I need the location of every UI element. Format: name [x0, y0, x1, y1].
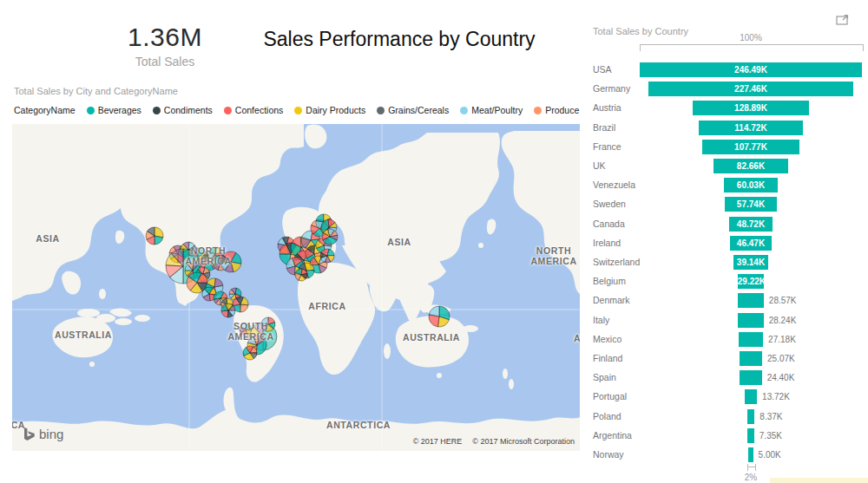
funnel-value-label: 28.57K — [769, 293, 797, 308]
bing-icon — [24, 427, 36, 441]
funnel-value-label: 28.24K — [769, 313, 797, 328]
funnel-country-label: Germany — [593, 82, 638, 96]
funnel-country-label: Venezuela — [593, 178, 638, 193]
funnel-bar[interactable] — [738, 313, 763, 328]
legend-item[interactable]: Produce — [534, 105, 579, 115]
funnel-bar[interactable] — [740, 351, 762, 366]
page-title: Sales Performance by Country — [243, 28, 556, 51]
legend-title: CategoryName — [14, 105, 76, 115]
funnel-value-label: 107.77K — [702, 140, 799, 154]
funnel-value-label: 8.37K — [760, 409, 782, 424]
continent-label: ASIA — [36, 233, 60, 244]
legend-color-dot — [377, 107, 385, 114]
continent-label: AFRICA — [308, 301, 345, 311]
funnel-bar[interactable] — [748, 447, 753, 462]
funnel-value-label: 13.72K — [762, 389, 790, 404]
funnel-row[interactable]: Brazil114.72K — [590, 121, 868, 135]
funnel-row[interactable]: Finland25.07K — [590, 351, 868, 366]
continent-label: ASIA — [387, 237, 411, 247]
funnel-value-label: 39.14K — [733, 255, 769, 270]
funnel-value-label: 7.35K — [760, 428, 782, 443]
funnel-row[interactable]: Belgium29.22K — [590, 274, 868, 289]
funnel-row[interactable]: Portugal13.72K — [590, 389, 868, 404]
funnel-country-label: Sweden — [593, 197, 638, 212]
funnel-bar[interactable] — [739, 332, 763, 347]
funnel-value-label: 128.89K — [693, 101, 809, 115]
funnel-value-label: 24.40K — [767, 370, 795, 385]
funnel-bar[interactable] — [747, 428, 754, 443]
legend-item[interactable]: Beverages — [87, 105, 141, 115]
funnel-bar[interactable] — [745, 389, 757, 404]
funnel-bar[interactable] — [740, 370, 761, 385]
landmasses — [12, 124, 580, 451]
kpi-label: Total Sales — [91, 55, 239, 69]
funnel-row[interactable]: UK82.66K — [590, 159, 868, 173]
legend-item[interactable]: Dairy Products — [294, 105, 365, 115]
funnel-row[interactable]: Denmark28.57K — [590, 293, 868, 308]
powerbi-dashboard: 1.36M Total Sales Sales Performance by C… — [0, 0, 868, 483]
funnel-row[interactable]: Switzerland39.14K — [590, 255, 868, 270]
funnel-country-label: Argentina — [593, 428, 638, 443]
continent-label: AUSTRALIA — [574, 333, 580, 343]
legend-color-dot — [294, 107, 302, 114]
kpi-card-total-sales[interactable]: 1.36M Total Sales — [91, 23, 239, 69]
legend-items: BeveragesCondimentsConfectionsDairy Prod… — [87, 105, 636, 115]
funnel-value-label: 48.72K — [729, 217, 773, 232]
funnel-value-label: 5.00K — [759, 447, 781, 462]
funnel-value-label: 82.66K — [713, 159, 788, 173]
legend-item[interactable]: Meat/Poultry — [460, 105, 523, 115]
funnel-widget[interactable]: Total Sales by Country 100% USA246.49KGe… — [590, 0, 868, 483]
funnel-bar[interactable] — [747, 409, 755, 424]
funnel-value-label: 60.03K — [724, 178, 778, 193]
bing-logo[interactable]: bing — [24, 427, 63, 441]
legend-item[interactable]: Grains/Cereals — [377, 105, 449, 115]
funnel-value-label: 46.47K — [730, 236, 772, 251]
funnel-country-label: Denmark — [593, 293, 638, 308]
legend-label: Dairy Products — [306, 105, 365, 115]
legend-color-dot — [534, 107, 542, 114]
funnel-row[interactable]: Poland8.37K — [590, 409, 868, 424]
funnel-country-label: Spain — [593, 370, 638, 385]
category-legend: CategoryName BeveragesCondimentsConfecti… — [14, 105, 635, 115]
funnel-row[interactable]: Norway5.00K — [590, 447, 868, 462]
funnel-row[interactable]: Italy28.24K — [590, 313, 868, 328]
map-widget-title: Total Sales by City and CategoryName — [14, 86, 178, 96]
funnel-country-label: USA — [593, 62, 638, 77]
funnel-row[interactable]: Sweden57.74K — [590, 197, 868, 212]
funnel-row[interactable]: USA246.49K — [590, 62, 868, 77]
funnel-country-label: Portugal — [593, 389, 638, 404]
funnel-value-label: 246.49K — [640, 62, 862, 77]
funnel-row[interactable]: Canada48.72K — [590, 217, 868, 232]
legend-color-dot — [224, 107, 232, 114]
continent-label: AUSTRALIA — [55, 330, 112, 340]
funnel-value-label: 25.07K — [767, 351, 795, 366]
funnel-row[interactable]: Argentina7.35K — [590, 428, 868, 443]
funnel-row[interactable]: Germany227.46K — [590, 82, 868, 96]
funnel-row[interactable]: Mexico27.18K — [590, 332, 868, 347]
funnel-bar[interactable] — [738, 293, 764, 308]
legend-color-dot — [87, 107, 95, 114]
kpi-value: 1.36M — [91, 23, 239, 52]
legend-label: Meat/Poultry — [471, 105, 523, 115]
legend-label: Confections — [235, 105, 283, 115]
funnel-row[interactable]: Austria128.89K — [590, 101, 868, 115]
funnel-row[interactable]: France107.77K — [590, 140, 868, 154]
funnel-axis-top-bracket — [640, 44, 864, 51]
attribution-here: © 2017 HERE — [413, 437, 463, 446]
legend-label: Grains/Cereals — [388, 105, 449, 115]
map-canvas — [12, 124, 580, 451]
bing-label: bing — [39, 427, 63, 441]
continent-label: NORTH AMERICA — [530, 245, 576, 266]
funnel-row[interactable]: Ireland46.47K — [590, 236, 868, 251]
legend-item[interactable]: Confections — [224, 105, 283, 115]
legend-label: Produce — [545, 105, 579, 115]
funnel-row[interactable]: Spain24.40K — [590, 370, 868, 385]
continent-label: AUSTRALIA — [403, 332, 460, 343]
legend-item[interactable]: Condiments — [153, 105, 213, 115]
focus-mode-icon[interactable] — [836, 14, 849, 25]
funnel-country-label: France — [593, 140, 638, 154]
funnel-row[interactable]: Venezuela60.03K — [590, 178, 868, 193]
funnel-axis-100: 100% — [640, 33, 862, 42]
world-map[interactable]: ASIAAUSTRALIANORTH AMERICASOUTH AMERICAA… — [12, 124, 580, 451]
attribution-microsoft: © 2017 Microsoft Corporation — [472, 437, 575, 446]
